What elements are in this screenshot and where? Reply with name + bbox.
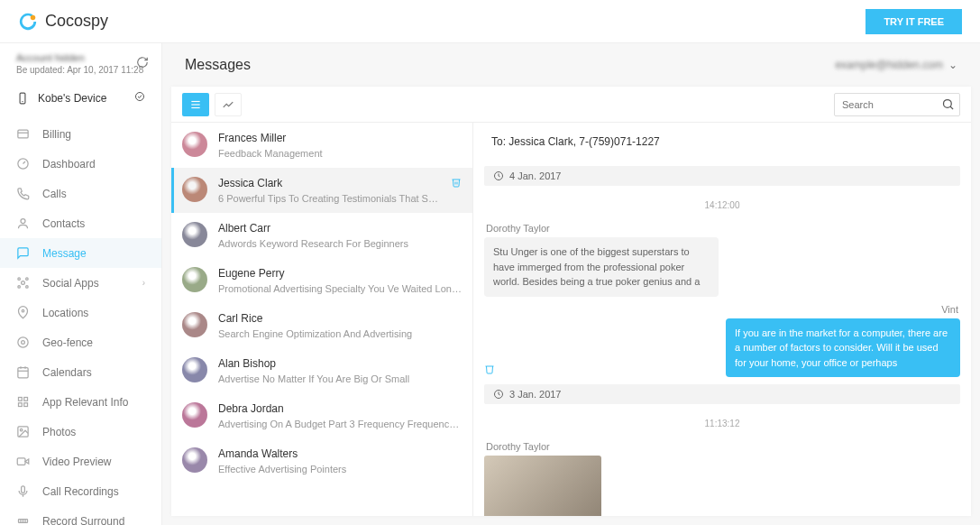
refresh-icon[interactable] [136, 56, 149, 70]
sidebar-item-label: App Relevant Info [42, 396, 128, 409]
account-dropdown[interactable]: example@hidden.com ⌄ [835, 59, 957, 71]
message-image[interactable] [484, 456, 601, 516]
message-row: If you are in the market for a computer,… [484, 318, 960, 378]
conversation-preview: Feedback Management [218, 148, 462, 159]
try-free-button[interactable]: TRY IT FREE [866, 9, 962, 34]
conversation-preview: Advertise No Matter If You Are Big Or Sm… [218, 373, 462, 384]
conversation-name: Frances Miller [218, 132, 462, 144]
sidebar-item-label: Video Preview [42, 456, 112, 468]
sidebar: Account hidden Be updated: Apr 10, 2017 … [0, 43, 162, 525]
avatar [182, 267, 207, 292]
sidebar-item-call-recordings[interactable]: Call Recordings [0, 476, 161, 506]
sidebar-item-video-preview[interactable]: Video Preview [0, 447, 161, 476]
device-selector[interactable]: Kobe's Device [0, 82, 161, 114]
cocospy-logo-icon [18, 12, 38, 32]
avatar [182, 402, 207, 428]
device-name: Kobe's Device [38, 92, 106, 105]
search-icon[interactable] [941, 97, 955, 114]
delete-message-icon[interactable] [484, 364, 495, 377]
svg-point-11 [18, 286, 21, 289]
sidebar-item-dashboard[interactable]: Dashboard [0, 149, 161, 179]
clock-icon [493, 170, 504, 181]
svg-point-13 [22, 309, 24, 312]
sidebar-item-calendars[interactable]: Calendars [0, 357, 161, 387]
message-sender: Dorothy Taylor [486, 223, 960, 234]
svg-point-15 [22, 341, 25, 345]
app-relevant-info-icon [16, 395, 30, 409]
svg-point-44 [944, 99, 952, 107]
conversation-item[interactable]: Frances MillerFeedback Management [171, 123, 472, 168]
conversation-item[interactable]: Jessica Clark6 Powerful Tips To Creating… [171, 168, 472, 213]
svg-point-25 [20, 428, 23, 431]
brand-name: Cocospy [45, 12, 108, 31]
svg-rect-1 [20, 93, 25, 104]
locations-icon [16, 306, 30, 319]
sidebar-item-photos[interactable]: Photos [0, 417, 161, 447]
conversation-preview: Effective Advertising Pointers [218, 464, 462, 474]
svg-point-0 [31, 14, 36, 20]
account-email: example@hidden.com [835, 59, 943, 71]
calls-icon [16, 187, 30, 200]
sidebar-item-billing[interactable]: Billing [0, 119, 161, 149]
sidebar-item-locations[interactable]: Locations [0, 298, 161, 327]
sidebar-item-label: Photos [42, 426, 76, 438]
video-preview-icon [16, 455, 30, 468]
message-bubble: If you are in the market for a computer,… [726, 318, 960, 378]
sidebar-item-calls[interactable]: Calls [0, 179, 161, 208]
page-title: Messages [185, 57, 251, 73]
calendars-icon [16, 365, 30, 379]
brand-logo[interactable]: Cocospy [18, 12, 108, 32]
sidebar-item-message[interactable]: Message [0, 238, 161, 268]
list-view-button[interactable] [182, 93, 209, 116]
conversation-name: Amanda Walters [218, 447, 462, 460]
svg-rect-21 [24, 398, 28, 401]
conversation-list: Frances MillerFeedback ManagementJessica… [171, 123, 473, 516]
conversation-preview: Promotional Advertising Specialty You Ve… [218, 283, 462, 294]
sidebar-item-label: Calendars [42, 366, 92, 379]
conversation-preview: 6 Powerful Tips To Creating Testimonials… [218, 193, 440, 204]
svg-point-7 [21, 219, 25, 224]
svg-point-3 [136, 93, 144, 101]
record-surround-icon [16, 514, 30, 525]
conversation-name: Jessica Clark [218, 177, 440, 189]
conversation-item[interactable]: Eugene PerryPromotional Advertising Spec… [171, 258, 472, 303]
sidebar-item-label: Contacts [42, 217, 85, 230]
sidebar-item-app-relevant-info[interactable]: App Relevant Info [0, 387, 161, 417]
chart-view-button[interactable] [215, 93, 242, 116]
sidebar-item-record-surround[interactable]: Record Surround [0, 506, 161, 525]
chart-icon [222, 98, 234, 111]
sidebar-item-contacts[interactable]: Contacts [0, 208, 161, 238]
sidebar-item-geo-fence[interactable]: Geo-fence [0, 327, 161, 357]
conversation-name: Debra Jordan [218, 402, 462, 415]
conversation-preview: Search Engine Optimization And Advertisi… [218, 328, 462, 339]
account-name-masked: Account hidden [16, 52, 145, 63]
svg-point-14 [18, 337, 28, 347]
svg-rect-26 [17, 458, 25, 465]
conversation-name: Albert Carr [218, 222, 462, 235]
avatar [182, 357, 207, 382]
conversation-name: Eugene Perry [218, 267, 462, 280]
geo-fence-icon [16, 336, 30, 349]
conversation-item[interactable]: Debra JordanAdvertising On A Budget Part… [171, 393, 472, 438]
conversation-item[interactable]: Carl RiceSearch Engine Optimization And … [171, 303, 472, 348]
dashboard-icon [16, 157, 30, 170]
svg-rect-16 [18, 368, 28, 378]
conversation-item[interactable]: Albert CarrAdwords Keyword Research For … [171, 213, 472, 258]
svg-rect-22 [19, 403, 23, 407]
photos-icon [16, 425, 30, 438]
contacts-icon [16, 216, 30, 230]
avatar [182, 222, 207, 247]
social-apps-icon [16, 276, 30, 290]
avatar [182, 447, 207, 473]
sidebar-item-label: Billing [42, 128, 71, 141]
conversation-item[interactable]: Amanda WaltersEffective Advertising Poin… [171, 438, 472, 484]
sidebar-item-social-apps[interactable]: Social Apps› [0, 268, 161, 298]
chevron-right-icon: › [142, 278, 145, 288]
conversation-name: Alan Bishop [218, 357, 462, 370]
avatar [182, 312, 207, 337]
conversation-item[interactable]: Alan BishopAdvertise No Matter If You Ar… [171, 348, 472, 393]
delete-icon[interactable] [451, 177, 462, 190]
sidebar-item-label: Record Surround [42, 515, 124, 526]
svg-line-45 [950, 106, 953, 109]
sidebar-item-label: Geo-fence [42, 336, 93, 349]
